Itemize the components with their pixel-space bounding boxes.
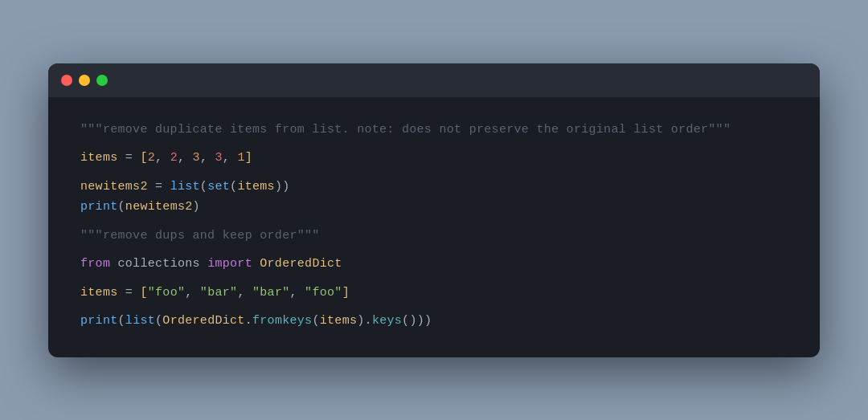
code-line-items1: items = [2, 2, 3, 3, 1]	[80, 148, 788, 169]
close-button[interactable]	[61, 75, 72, 86]
code-line-newitems2: newitems2 = list(set(items))	[80, 177, 788, 198]
code-line-import: from collections import OrderedDict	[80, 254, 788, 275]
code-line-docstring1: """remove duplicate items from list. not…	[80, 120, 788, 141]
code-line-items2: items = ["foo", "bar", "bar", "foo"]	[80, 283, 788, 304]
maximize-button[interactable]	[96, 75, 108, 86]
code-line-docstring2: """remove dups and keep order"""	[80, 226, 788, 247]
code-line-print2: print(list(OrderedDict.fromkeys(items).k…	[80, 311, 788, 332]
code-window: """remove duplicate items from list. not…	[48, 63, 820, 357]
titlebar	[48, 63, 820, 97]
minimize-button[interactable]	[79, 75, 90, 86]
code-editor: """remove duplicate items from list. not…	[48, 97, 820, 357]
code-line-print1: print(newitems2)	[80, 197, 788, 218]
